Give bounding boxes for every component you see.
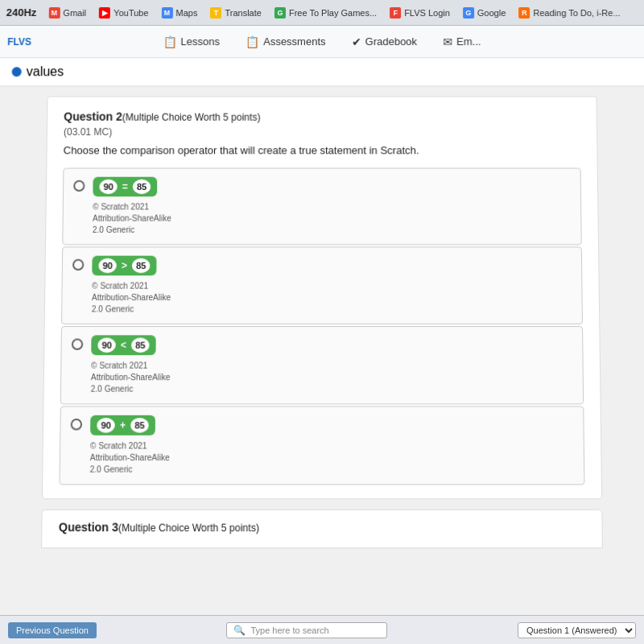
option-b[interactable]: 90 > 85 © Scratch 2021 Attribution-Share… — [61, 246, 583, 324]
search-icon: 🔍 — [233, 625, 246, 636]
nav-gradebook-label: Gradebook — [365, 35, 418, 47]
bookmark-maps[interactable]: M Maps — [157, 5, 201, 19]
search-bar[interactable]: 🔍 Type here to search — [226, 622, 387, 638]
nav-assessments[interactable]: 📋 Assessments — [246, 35, 326, 48]
email-icon: ✉ — [443, 35, 452, 48]
clock-display: 240Hz — [6, 6, 37, 19]
scratch-block-b: 90 > 85 — [92, 256, 156, 276]
scratch-op-b: > — [120, 260, 129, 271]
gradebook-icon: ✔ — [352, 35, 361, 48]
option-c[interactable]: 90 < 85 © Scratch 2021 Attribution-Share… — [60, 326, 584, 404]
bookmark-flvs[interactable]: F FLVS Login — [386, 5, 454, 19]
question-3-peek: Question 3(Multiple Choice Worth 5 point… — [41, 510, 603, 548]
option-d-radio[interactable] — [71, 419, 82, 431]
scratch-op-c: < — [119, 340, 128, 351]
bookmark-translate[interactable]: T Translate — [206, 5, 266, 19]
nav-bar: FLVS 📋 Lessons 📋 Assessments ✔ Gradebook… — [0, 26, 644, 58]
bookmark-gmail[interactable]: M Gmail — [44, 5, 90, 19]
bottom-bar: Previous Question 🔍 Type here to search … — [0, 615, 644, 644]
scratch-block-c: 90 < 85 — [91, 335, 156, 355]
values-label: values — [27, 64, 64, 79]
nav-gradebook[interactable]: ✔ Gradebook — [352, 35, 418, 48]
translate-icon: T — [210, 6, 221, 18]
bookmark-google[interactable]: G Google — [459, 5, 510, 19]
gmail-icon: M — [48, 6, 60, 18]
reading-icon: R — [518, 6, 530, 18]
option-c-radio[interactable] — [72, 338, 83, 349]
values-radio[interactable] — [12, 67, 22, 76]
attribution-b: © Scratch 2021 Attribution-ShareAlike 2.… — [92, 280, 171, 315]
option-b-radio[interactable] — [72, 259, 84, 270]
nav-assessments-label: Assessments — [263, 35, 325, 47]
scratch-op-d: + — [118, 419, 127, 431]
option-a-content: 90 = 85 © Scratch 2021 Attribution-Share… — [93, 177, 171, 236]
question-3-title: Question 3(Multiple Choice Worth 5 point… — [59, 520, 585, 534]
values-row: values — [0, 58, 644, 86]
flvs-icon: F — [390, 6, 401, 18]
scratch-block-a: 90 = 85 — [93, 177, 157, 196]
assessments-icon: 📋 — [246, 35, 259, 48]
games-icon: G — [275, 6, 286, 18]
brand-label: FLVS — [7, 36, 31, 47]
scratch-num-d-right: 85 — [130, 418, 149, 433]
nav-email[interactable]: ✉ Em... — [443, 35, 481, 48]
scratch-num-b-right: 85 — [132, 258, 150, 273]
bookmark-games[interactable]: G Free To Play Games... — [270, 5, 381, 19]
search-placeholder-text: Type here to search — [250, 625, 328, 635]
option-d[interactable]: 90 + 85 © Scratch 2021 Attribution-Share… — [60, 406, 585, 485]
question-2-title: Question 2(Multiple Choice Worth 5 point… — [64, 110, 580, 123]
lessons-icon: 📋 — [163, 35, 176, 48]
bookmark-gmail-label: Gmail — [63, 7, 86, 17]
nav-lessons-label: Lessons — [180, 35, 220, 47]
bookmark-google-label: Google — [477, 7, 506, 17]
bookmark-reading-label: Reading To Do, i-Re... — [533, 7, 620, 17]
scratch-num-d-left: 90 — [97, 418, 115, 433]
scratch-num-b-left: 90 — [98, 258, 116, 273]
nav-email-label: Em... — [456, 35, 481, 47]
question-2-container: Question 2(Multiple Choice Worth 5 point… — [42, 96, 602, 499]
attribution-d: © Scratch 2021 Attribution-ShareAlike 2.… — [90, 440, 170, 476]
scratch-op-a: = — [121, 181, 130, 192]
main-content: values Question 2(Multiple Choice Worth … — [0, 58, 644, 623]
scratch-num-a-left: 90 — [99, 180, 117, 194]
nav-lessons[interactable]: 📋 Lessons — [163, 35, 220, 48]
option-d-content: 90 + 85 © Scratch 2021 Attribution-Share… — [90, 415, 170, 476]
option-c-content: 90 < 85 © Scratch 2021 Attribution-Share… — [91, 335, 171, 395]
bookmark-youtube-label: YouTube — [114, 7, 148, 17]
youtube-icon: ▶ — [99, 6, 110, 18]
prev-question-button[interactable]: Previous Question — [8, 622, 97, 638]
option-a-radio[interactable] — [73, 180, 85, 192]
scratch-num-a-right: 85 — [133, 180, 151, 194]
question-nav-select[interactable]: Question 1 (Answered) — [518, 622, 636, 638]
option-a[interactable]: 90 = 85 © Scratch 2021 Attribution-Share… — [62, 168, 582, 246]
scratch-block-d: 90 + 85 — [90, 415, 155, 436]
scratch-num-c-right: 85 — [131, 337, 150, 353]
bookmark-maps-label: Maps — [175, 7, 197, 17]
bookmark-reading[interactable]: R Reading To Do, i-Re... — [514, 5, 624, 19]
question-2-subtitle: (03.01 MC) — [64, 126, 580, 138]
question-2-text: Choose the comparison operator that will… — [64, 144, 581, 156]
attribution-a: © Scratch 2021 Attribution-ShareAlike 2.… — [93, 201, 171, 236]
maps-icon: M — [161, 6, 172, 18]
google-icon: G — [463, 6, 474, 18]
bookmark-games-label: Free To Play Games... — [289, 7, 377, 17]
attribution-c: © Scratch 2021 Attribution-ShareAlike 2.… — [91, 360, 171, 395]
scratch-num-c-left: 90 — [97, 337, 116, 353]
browser-bar: 240Hz M Gmail ▶ YouTube M Maps T Transla… — [0, 0, 644, 26]
option-b-content: 90 > 85 © Scratch 2021 Attribution-Share… — [92, 256, 171, 316]
bookmark-youtube[interactable]: ▶ YouTube — [95, 5, 152, 19]
bookmark-flvs-label: FLVS Login — [404, 7, 450, 17]
bookmark-translate-label: Translate — [225, 7, 262, 17]
